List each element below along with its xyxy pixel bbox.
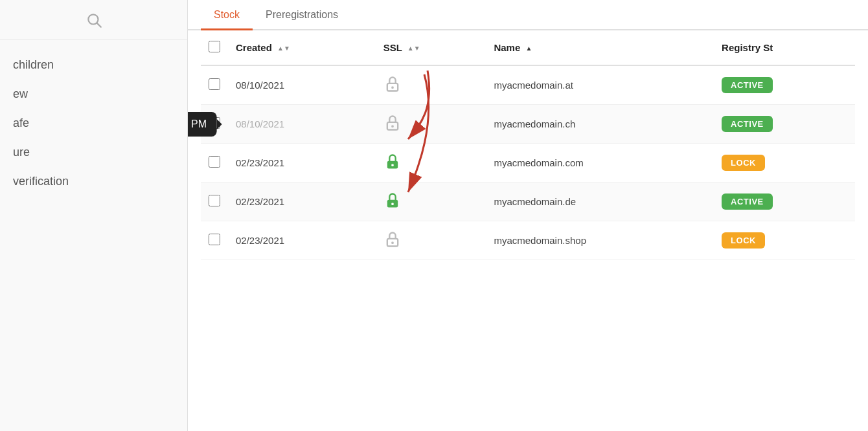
ssl-lock-icon (383, 192, 402, 210)
ssl-lock-icon (383, 230, 402, 249)
header-created[interactable]: Created ▲▼ (228, 30, 376, 65)
table-row: 02/23/2021 myacmedomain.deACTIVE (201, 182, 855, 221)
svg-rect-5 (391, 126, 394, 128)
cell-created: 02/23/2021 (228, 182, 376, 221)
header-registry-status: Registry St (714, 30, 855, 65)
row-checkbox-cell (201, 65, 228, 105)
cell-domain-name: myacmedomain.ch (486, 105, 714, 144)
ssl-lock-icon (383, 114, 402, 132)
header-checkbox-cell (201, 30, 228, 65)
sort-name-icon[interactable]: ▲ (525, 45, 532, 52)
row-checkbox-cell (201, 144, 228, 182)
sidebar-item-afe[interactable]: afe (0, 109, 187, 138)
table-header-row: Created ▲▼ SSL ▲▼ Name ▲ Registry St (201, 30, 855, 65)
status-badge: ACTIVE (722, 193, 773, 210)
cell-domain-name: myacmedomain.shop (486, 221, 714, 260)
cell-registry-status: ACTIVE (714, 65, 855, 105)
row-checkbox-cell (201, 105, 228, 144)
tooltip-wrap: 08/10/202102/23/2021, 03:45 PM (236, 118, 368, 129)
table-row: 08/10/2021 myacmedomain.atACTIVE (201, 65, 855, 105)
status-badge: ACTIVE (722, 116, 773, 132)
table-row: 02/23/2021 myacmedomain.shopLOCK (201, 221, 855, 260)
cell-domain-name: myacmedomain.de (486, 182, 714, 221)
cell-ssl (376, 65, 486, 105)
select-all-checkbox[interactable] (209, 41, 220, 52)
search-bar[interactable] (0, 6, 187, 40)
cell-ssl (376, 182, 486, 221)
status-badge: LOCK (722, 155, 765, 171)
svg-rect-11 (391, 242, 394, 245)
cell-registry-status: LOCK (714, 221, 855, 260)
table-body: 08/10/2021 myacmedomain.atACTIVE08/10/20… (201, 65, 855, 260)
cell-ssl (376, 105, 486, 144)
status-badge: ACTIVE (722, 77, 773, 93)
cell-domain-name: myacmedomain.com (486, 144, 714, 182)
ssl-lock-icon (383, 75, 402, 93)
svg-line-1 (97, 23, 100, 27)
tab-bar: Stock Preregistrations (188, 0, 868, 30)
tab-preregistrations[interactable]: Preregistrations (253, 0, 351, 30)
domain-table-container: Created ▲▼ SSL ▲▼ Name ▲ Registry St (188, 30, 868, 431)
cell-registry-status: ACTIVE (714, 182, 855, 221)
status-badge: LOCK (722, 232, 765, 249)
svg-rect-9 (391, 203, 394, 206)
cell-registry-status: ACTIVE (714, 105, 855, 144)
cell-created: 02/23/2021 (228, 221, 376, 260)
cell-created: 02/23/2021 (228, 144, 376, 182)
row-checkbox[interactable] (209, 156, 220, 168)
table-row: 08/10/202102/23/2021, 03:45 PM myacmedom… (201, 105, 855, 144)
domain-table: Created ▲▼ SSL ▲▼ Name ▲ Registry St (201, 30, 855, 260)
sidebar-item-children[interactable]: children (0, 50, 187, 80)
header-name[interactable]: Name ▲ (486, 30, 714, 65)
sidebar-item-ew[interactable]: ew (0, 80, 187, 109)
row-checkbox[interactable] (209, 78, 220, 90)
cell-domain-name: myacmedomain.at (486, 65, 714, 105)
cell-ssl (376, 221, 486, 260)
cell-registry-status: LOCK (714, 144, 855, 182)
cell-ssl (376, 144, 486, 182)
sidebar: children ew afe ure verification (0, 0, 188, 431)
svg-rect-3 (391, 87, 394, 89)
ssl-lock-icon (383, 153, 402, 171)
table-row: 02/23/2021 myacmedomain.comLOCK (201, 144, 855, 182)
row-checkbox[interactable] (209, 234, 220, 245)
row-checkbox-cell (201, 182, 228, 221)
row-checkbox-cell (201, 221, 228, 260)
svg-rect-7 (391, 164, 394, 167)
sidebar-item-verification[interactable]: verification (0, 167, 187, 196)
sidebar-navigation: children ew afe ure verification (0, 40, 187, 206)
sort-created-icon[interactable]: ▲▼ (277, 45, 290, 52)
search-icon[interactable] (86, 12, 102, 32)
sidebar-item-ure[interactable]: ure (0, 138, 187, 167)
row-checkbox[interactable] (209, 195, 220, 206)
cell-created: 08/10/202102/23/2021, 03:45 PM (228, 105, 376, 144)
tab-stock[interactable]: Stock (201, 0, 253, 30)
header-ssl[interactable]: SSL ▲▼ (376, 30, 486, 65)
sort-ssl-icon[interactable]: ▲▼ (407, 45, 420, 52)
cell-created: 08/10/2021 (228, 65, 376, 105)
main-content: Stock Preregistrations Created ▲▼ SSL ▲▼ (188, 0, 868, 431)
row-checkbox[interactable] (209, 117, 220, 129)
